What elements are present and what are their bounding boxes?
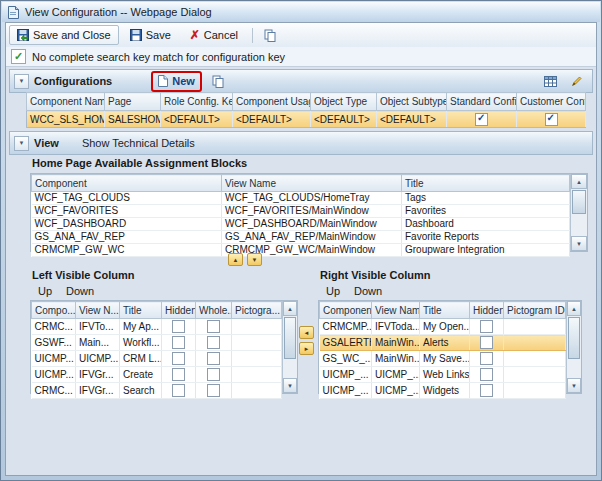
column-header-page[interactable]: Page [105, 93, 161, 111]
save-and-close-button[interactable]: Save and Close [9, 25, 119, 45]
whole-checkbox[interactable] [207, 368, 220, 381]
copy-configuration-button[interactable] [207, 73, 229, 90]
hidden-checkbox[interactable] [480, 384, 493, 397]
column-header-component-usage[interactable]: Component Usage [233, 93, 311, 111]
scroll-down-icon[interactable]: ▼ [567, 378, 581, 393]
scroll-down-icon[interactable]: ▼ [283, 378, 297, 393]
left-column-row[interactable]: GSWF... Main... Workfl... [32, 335, 282, 351]
left-column-table-area: Compo... View N... Title Hidden Whole...… [30, 300, 298, 394]
column-header-hidden[interactable]: Hidden [470, 302, 504, 319]
column-header-view-name[interactable]: View Name [222, 175, 402, 192]
new-button-highlight-box: New [151, 71, 202, 92]
view-name-cell: UICMP_... [372, 383, 420, 399]
configurations-title: Configurations [34, 75, 112, 87]
view-collapse-button[interactable]: ▼ [14, 136, 29, 151]
column-header-component[interactable]: Compo... [32, 302, 76, 319]
scroll-down-icon[interactable]: ▼ [571, 236, 587, 251]
show-technical-details-button[interactable]: Show Technical Details [82, 137, 195, 149]
right-column-row[interactable]: UICMP_... UICMP_... Web Links [320, 367, 566, 383]
column-header-component[interactable]: Component [320, 302, 372, 319]
column-header-component[interactable]: Component [32, 175, 222, 192]
whole-checkbox[interactable] [207, 320, 220, 333]
whole-checkbox[interactable] [207, 352, 220, 365]
move-left-button[interactable]: ◄ [299, 326, 314, 339]
right-down-button[interactable]: Down [354, 285, 382, 297]
scroll-up-icon[interactable]: ▲ [571, 174, 587, 189]
column-header-view-name[interactable]: View Name [372, 302, 420, 319]
standard-config-checkbox[interactable] [475, 113, 488, 126]
column-header-standard-config[interactable]: Standard Config. [447, 93, 517, 111]
left-column-scrollbar[interactable]: ▲ ▼ [282, 301, 297, 393]
new-button[interactable]: New [155, 73, 198, 90]
whole-checkbox[interactable] [207, 336, 220, 349]
column-header-component-name[interactable]: Component Name [27, 93, 105, 111]
right-column-row[interactable]: UICMP_... UICMP_... Widgets [320, 383, 566, 399]
column-header-pictogram-id[interactable]: Pictogram ID [504, 302, 566, 319]
left-column-row[interactable]: UICMP... UICMP... CRM L... [32, 351, 282, 367]
left-column-row[interactable]: CRMC... IFVGr... Search [32, 383, 282, 399]
scrollbar-thumb[interactable] [284, 317, 296, 359]
column-header-title[interactable]: Title [402, 175, 570, 192]
left-down-button[interactable]: Down [66, 285, 94, 297]
right-column-scrollbar[interactable]: ▲ ▼ [566, 301, 581, 393]
hidden-checkbox[interactable] [172, 320, 185, 333]
assignment-block-row[interactable]: WCF_DASHBOARD WCF_DASHBOARD/MainWindow D… [32, 218, 570, 231]
hidden-checkbox[interactable] [480, 320, 493, 333]
column-header-whole[interactable]: Whole... [196, 302, 232, 319]
title-cell: My Open... [420, 319, 470, 335]
assignment-block-row[interactable]: WCF_FAVORITES WCF_FAVORITES/MainWindow F… [32, 205, 570, 218]
cancel-button[interactable]: ✗ Cancel [182, 25, 246, 45]
assignment-block-row[interactable]: GS_ANA_FAV_REP GS_ANA_FAV_REP/MainWindow… [32, 231, 570, 244]
right-column-row[interactable]: CRMCMP... IFVToda... My Open... [320, 319, 566, 335]
hidden-checkbox[interactable] [172, 352, 185, 365]
assignment-block-row[interactable]: WCF_TAG_CLOUDS WCF_TAG_CLOUDS/HomeTray T… [32, 192, 570, 205]
column-header-object-subtype[interactable]: Object Subtype [377, 93, 447, 111]
table-personalization-button[interactable] [539, 73, 561, 90]
scrollbar-thumb[interactable] [572, 190, 586, 214]
save-button[interactable]: Save [122, 25, 179, 45]
scrollbar-thumb[interactable] [568, 317, 580, 359]
right-column-row[interactable]: GS_WC_... MainWin... My Save... [320, 351, 566, 367]
left-up-button[interactable]: Up [38, 285, 52, 297]
column-header-view-name[interactable]: View N... [76, 302, 120, 319]
message-text: No complete search key match for configu… [32, 51, 285, 63]
assignment-scrollbar[interactable]: ▲ ▼ [570, 174, 587, 251]
configurations-header-row: Component Name Page Role Config. Key Com… [27, 93, 586, 111]
column-header-title[interactable]: Title [120, 302, 162, 319]
whole-checkbox[interactable] [207, 384, 220, 397]
scrollbar-track[interactable] [571, 189, 587, 236]
column-header-role-config-key[interactable]: Role Config. Key [161, 93, 233, 111]
hidden-cell [162, 383, 196, 399]
move-right-button[interactable]: ► [299, 342, 314, 355]
move-down-button[interactable]: ▼ [247, 253, 262, 266]
move-up-button[interactable]: ▲ [228, 253, 243, 266]
left-column-row[interactable]: UICMP... IFVGr... Create [32, 367, 282, 383]
hidden-checkbox[interactable] [480, 368, 493, 381]
message-bar: ✓ No complete search key match for confi… [6, 47, 596, 67]
hidden-checkbox[interactable] [480, 336, 493, 349]
scrollbar-track[interactable] [567, 316, 581, 378]
copy-button[interactable] [259, 25, 281, 45]
column-header-title[interactable]: Title [420, 302, 470, 319]
hidden-checkbox[interactable] [172, 368, 185, 381]
title-bar[interactable]: View Configuration -- Webpage Dialog [2, 2, 600, 22]
column-header-hidden[interactable]: Hidden [162, 302, 196, 319]
edit-button[interactable] [566, 73, 588, 90]
hidden-checkbox[interactable] [480, 352, 493, 365]
configuration-row[interactable]: WCC_SLS_HOME SALESHOME <DEFAULT> <DEFAUL… [27, 111, 586, 128]
scroll-up-icon[interactable]: ▲ [283, 301, 297, 316]
hidden-checkbox[interactable] [172, 336, 185, 349]
right-column-row[interactable]: GSALERTH MainWin... Alerts [320, 335, 566, 351]
pictogram-id-cell [504, 351, 566, 367]
scroll-up-icon[interactable]: ▲ [567, 301, 581, 316]
hidden-checkbox[interactable] [172, 384, 185, 397]
right-up-button[interactable]: Up [326, 285, 340, 297]
column-header-pictogram[interactable]: Pictogra... [232, 302, 282, 319]
scrollbar-track[interactable] [283, 316, 297, 378]
left-column-row[interactable]: CRMC... IFVTo... My Ap... [32, 319, 282, 335]
column-header-object-type[interactable]: Object Type [311, 93, 377, 111]
configurations-collapse-button[interactable]: ▼ [14, 74, 29, 89]
assignment-block-row[interactable]: CRMCMP_GW_WC CRMCMP_GW_WC/MainWindow Gro… [32, 244, 570, 257]
customer-config-checkbox[interactable] [545, 113, 558, 126]
column-header-customer-config[interactable]: Customer Config. [517, 93, 586, 111]
